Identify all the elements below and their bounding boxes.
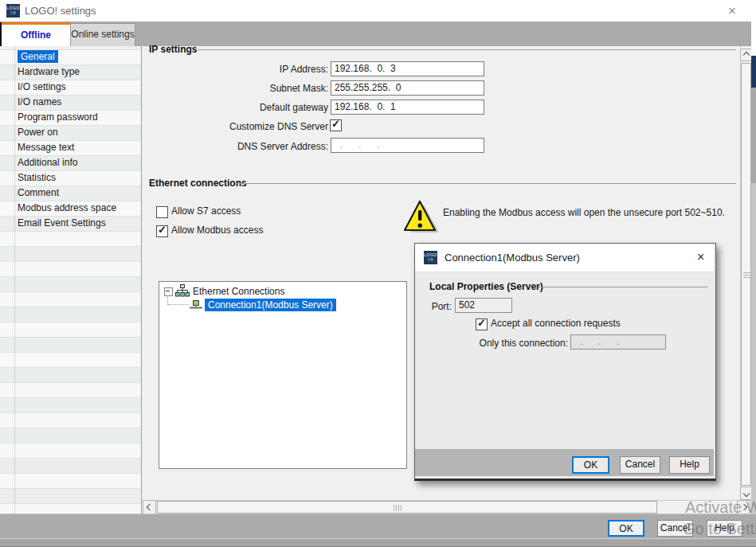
ethernet-section-title: Ethernet connections <box>149 178 247 189</box>
dialog-title: Connection1(Modbus Server) <box>445 252 580 264</box>
tree-node-connection1[interactable]: Connection1(Modbus Server) <box>205 299 336 311</box>
default-gateway-label: Default gateway <box>145 102 328 115</box>
sidebar-item-statistics[interactable]: Statistics <box>0 170 141 186</box>
logo-app-icon: LOGO VB <box>424 251 437 264</box>
local-properties-section-title: Local Properties (Server) <box>429 281 543 292</box>
sidebar-item-io-settings[interactable]: I/O settings <box>0 80 141 95</box>
accept-all-connections-checkbox[interactable] <box>476 318 488 330</box>
scroll-right-button[interactable] <box>737 500 750 514</box>
logo-app-icon: LOGO VB <box>6 4 20 18</box>
port-field[interactable]: 502 <box>455 298 512 313</box>
network-hub-icon <box>175 284 190 297</box>
subnet-mask-field[interactable]: 255.255.255. 0 <box>331 80 484 96</box>
tab-bar: Offline settings Online settings <box>0 21 751 46</box>
sidebar: General Hardware type I/O settings I/O n… <box>0 46 142 514</box>
sidebar-item-email-event-settings[interactable]: Email Event Settings <box>0 216 141 231</box>
chevron-left-icon <box>146 504 152 510</box>
port-label: Port: <box>421 301 452 312</box>
ip-settings-section-title: IP settings <box>149 44 197 55</box>
cancel-button[interactable]: Cancel <box>657 520 693 537</box>
dialog-ok-button[interactable]: OK <box>572 456 609 474</box>
allow-modbus-checkbox[interactable] <box>156 225 168 237</box>
customize-dns-checkbox[interactable] <box>330 119 342 131</box>
dialog-titlebar: LOGO VB Connection1(Modbus Server) × <box>415 244 714 272</box>
accept-all-connections-label: Accept all connection requests <box>491 318 621 329</box>
dialog-close-icon[interactable]: × <box>697 250 704 264</box>
edge-fragment <box>751 183 756 547</box>
window-close-icon[interactable]: × <box>728 4 736 18</box>
scrollbar-grip <box>743 272 750 279</box>
sidebar-item-io-names[interactable]: I/O names <box>0 95 141 110</box>
scroll-down-button[interactable] <box>740 486 752 500</box>
dns-server-field[interactable]: . . . <box>331 138 484 153</box>
ok-button[interactable]: OK <box>608 520 644 537</box>
scrollbar-grip <box>394 505 402 511</box>
edge-fragment <box>751 88 756 183</box>
dns-server-label: DNS Server Address: <box>145 141 328 154</box>
tree-node-ethernet-connections[interactable]: Ethernet Connections <box>193 285 284 298</box>
ethernet-rule <box>236 183 736 184</box>
allow-s7-label: Allow S7 access <box>171 205 241 217</box>
dialog-cancel-button[interactable]: Cancel <box>620 456 660 474</box>
default-gateway-field[interactable]: 192.168. 0. 1 <box>331 100 484 115</box>
sidebar-item-program-password[interactable]: Program password <box>0 110 141 125</box>
sidebar-item-hardware-type[interactable]: Hardware type <box>0 64 141 80</box>
sidebar-item-comment[interactable]: Comment <box>0 186 141 201</box>
dialog-help-button[interactable]: Help <box>669 456 710 474</box>
chevron-right-icon <box>740 504 746 510</box>
chevron-down-icon <box>742 490 749 496</box>
modbus-warning-text: Enabling the Modbus access will open the… <box>443 207 725 218</box>
help-button[interactable]: Help <box>707 520 742 537</box>
sidebar-item-message-text[interactable]: Message text <box>0 140 141 155</box>
sidebar-item-general[interactable]: General <box>0 49 141 64</box>
ip-address-field[interactable]: 192.168. 0. 3 <box>331 61 484 76</box>
only-this-connection-label: Only this connection: <box>431 338 568 349</box>
subnet-mask-label: Subnet Mask: <box>145 83 328 96</box>
tree-connector-horizontal <box>168 304 189 306</box>
connection-icon <box>190 299 202 311</box>
only-this-connection-field[interactable]: . . . <box>570 334 666 350</box>
ip-settings-rule <box>198 49 736 50</box>
customize-dns-label: Customize DNS Server <box>145 121 328 134</box>
window-bottom-edge <box>0 538 756 547</box>
allow-modbus-label: Allow Modbus access <box>171 225 263 236</box>
edge-fragment <box>751 56 756 88</box>
ethernet-connections-tree: Ethernet Connections Connection1(Modbus … <box>159 281 407 469</box>
tab-online-settings[interactable]: Online settings <box>70 23 135 46</box>
ip-address-label: IP Address: <box>145 64 328 76</box>
allow-s7-checkbox[interactable] <box>156 206 168 218</box>
local-properties-rule <box>539 287 707 287</box>
edge-fragment <box>751 0 756 56</box>
warning-icon <box>403 200 440 235</box>
chevron-up-icon <box>742 52 749 58</box>
scroll-left-button[interactable] <box>143 500 156 514</box>
horizontal-scrollbar-thumb[interactable] <box>157 501 657 514</box>
window-titlebar: LOGO VB LOGO! settings × <box>0 0 756 22</box>
sidebar-item-power-on[interactable]: Power on <box>0 125 141 140</box>
tab-offline-settings[interactable]: Offline settings <box>2 22 70 46</box>
sidebar-item-additional-info[interactable]: Additional info <box>0 155 141 170</box>
sidebar-item-modbus-address-space[interactable]: Modbus address space <box>0 201 141 216</box>
vertical-scrollbar-thumb[interactable] <box>741 63 751 486</box>
window-title: LOGO! settings <box>25 5 96 17</box>
scroll-up-button[interactable] <box>740 49 752 61</box>
connection1-dialog: LOGO VB Connection1(Modbus Server) × Loc… <box>414 243 716 481</box>
